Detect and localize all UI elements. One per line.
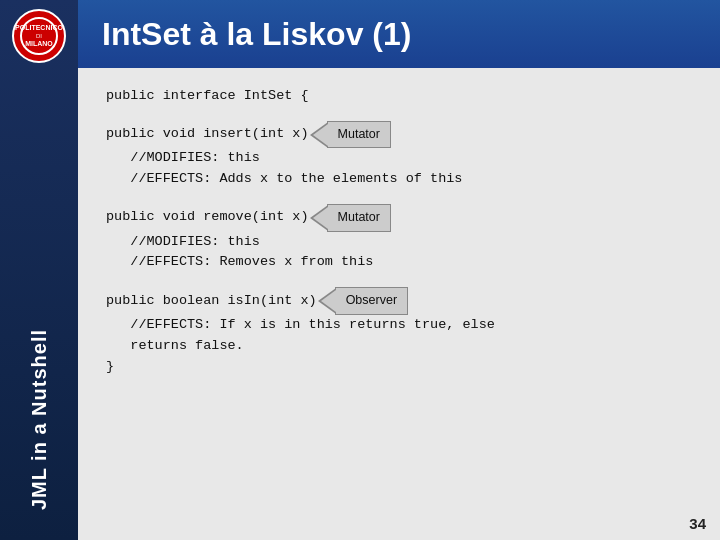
code-line-4: //EFFECTS: Adds x to the elements of thi… bbox=[106, 169, 692, 190]
svg-text:MILANO: MILANO bbox=[25, 40, 53, 47]
code-row-isin: public boolean isIn(int x) Observer bbox=[106, 287, 692, 314]
svg-text:DI: DI bbox=[36, 33, 42, 39]
code-line-7: //EFFECTS: Removes x from this bbox=[106, 252, 692, 273]
code-row-remove: public void remove(int x) Mutator bbox=[106, 204, 692, 231]
code-block: public interface IntSet { public void in… bbox=[106, 86, 692, 378]
title-bar: IntSet à la Liskov (1) bbox=[78, 0, 720, 68]
mutator-label-2: Mutator bbox=[327, 204, 391, 231]
mutator-badge-2: Mutator bbox=[327, 204, 391, 231]
code-line-9: //EFFECTS: If x is in this returns true,… bbox=[106, 315, 692, 336]
svg-text:POLITECNICO: POLITECNICO bbox=[15, 24, 63, 31]
code-line-11: } bbox=[106, 357, 692, 378]
observer-badge: Observer bbox=[335, 287, 408, 314]
page-title: IntSet à la Liskov (1) bbox=[102, 16, 411, 53]
code-line-3: //MODIFIES: this bbox=[106, 148, 692, 169]
logo: POLITECNICO DI MILANO bbox=[11, 8, 67, 64]
mutator-label-1: Mutator bbox=[327, 121, 391, 148]
content-area: public interface IntSet { public void in… bbox=[78, 68, 720, 540]
code-line-10: returns false. bbox=[106, 336, 692, 357]
code-row-insert: public void insert(int x) Mutator bbox=[106, 121, 692, 148]
code-line-8: public boolean isIn(int x) bbox=[106, 291, 317, 312]
sidebar-label: JML in a Nutshell bbox=[28, 329, 51, 510]
code-line-6: //MODIFIES: this bbox=[106, 232, 692, 253]
page-number: 34 bbox=[689, 515, 706, 532]
observer-label: Observer bbox=[335, 287, 408, 314]
code-line-1: public interface IntSet { bbox=[106, 86, 692, 107]
mutator-badge-1: Mutator bbox=[327, 121, 391, 148]
sidebar: POLITECNICO DI MILANO JML in a Nutshell bbox=[0, 0, 78, 540]
main-content: IntSet à la Liskov (1) public interface … bbox=[78, 0, 720, 540]
code-line-2: public void insert(int x) bbox=[106, 124, 309, 145]
code-line-5: public void remove(int x) bbox=[106, 207, 309, 228]
